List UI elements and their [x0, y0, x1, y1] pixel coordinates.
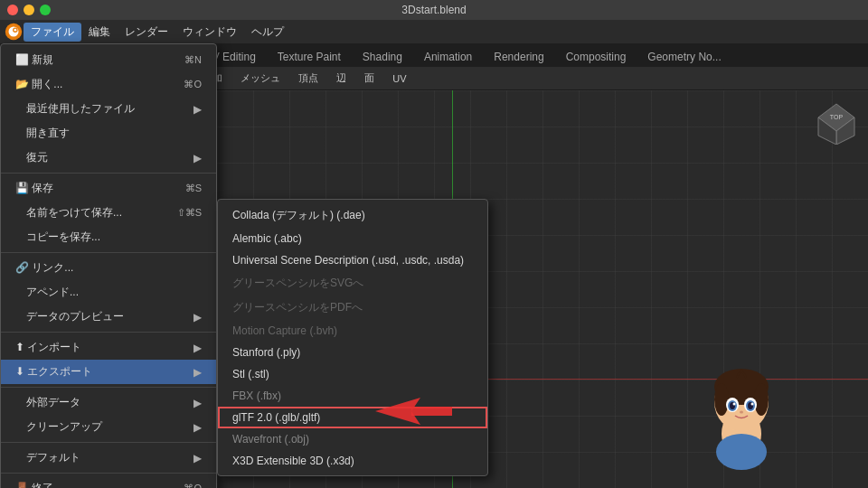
- svg-point-15: [733, 403, 736, 406]
- toolbar-mesh[interactable]: メッシュ: [233, 70, 288, 87]
- blender-logo-icon: [4, 22, 24, 42]
- file-menu-open[interactable]: 📂 開く... ⌘O: [1, 72, 216, 97]
- export-collada[interactable]: Collada (デフォルト) (.dae): [218, 203, 487, 228]
- menu-edit[interactable]: 編集: [81, 23, 118, 42]
- export-wavefront[interactable]: Wavefront (.obj): [218, 428, 487, 450]
- export-x3d[interactable]: X3D Extensible 3D (.x3d): [218, 450, 487, 472]
- export-usd[interactable]: Universal Scene Description (.usd, .usdc…: [218, 249, 487, 271]
- tab-shading[interactable]: Shading: [352, 47, 413, 67]
- export-grease-pdf: グリースペンシルをPDFへ: [218, 296, 487, 320]
- tab-animation[interactable]: Animation: [413, 47, 483, 67]
- file-menu-save-as[interactable]: 名前をつけて保存... ⇧⌘S: [1, 201, 216, 225]
- svg-point-16: [751, 403, 754, 406]
- file-menu-external-data[interactable]: 外部データ ▶: [1, 390, 216, 415]
- maximize-button[interactable]: [40, 5, 51, 15]
- file-menu-cleanup[interactable]: クリーンアップ ▶: [1, 415, 216, 439]
- svg-point-17: [740, 411, 743, 414]
- svg-point-7: [714, 383, 729, 416]
- file-menu-sep-2: [1, 252, 216, 253]
- file-menu-recent[interactable]: 最近使用したファイル ▶: [1, 97, 216, 121]
- svg-point-8: [754, 383, 769, 416]
- toolbar-uv[interactable]: UV: [385, 71, 413, 86]
- file-menu: ⬜ 新規 ⌘N 📂 開く... ⌘O 最近使用したファイル ▶ 開き直す 復元 …: [0, 43, 217, 488]
- tab-rendering[interactable]: Rendering: [483, 47, 554, 67]
- close-button[interactable]: [7, 5, 18, 15]
- file-menu-sep-6: [1, 473, 216, 474]
- svg-point-18: [716, 434, 767, 470]
- file-menu-sep-4: [1, 387, 216, 388]
- viewport-nav-cube[interactable]: TOP: [814, 99, 859, 145]
- file-menu-sep-5: [1, 442, 216, 443]
- export-stl[interactable]: Stl (.stl): [218, 363, 487, 385]
- svg-point-3: [14, 29, 16, 32]
- file-menu-sep-3: [1, 332, 216, 333]
- menu-window[interactable]: ウィンドウ: [175, 23, 244, 42]
- menu-file[interactable]: ファイル: [24, 23, 81, 42]
- menu-render[interactable]: レンダー: [118, 23, 175, 42]
- file-menu-export[interactable]: ⬇ エクスポート ▶: [1, 360, 216, 384]
- toolbar-edge[interactable]: 辺: [329, 70, 354, 87]
- file-menu-default[interactable]: デフォルト ▶: [1, 446, 216, 470]
- export-grease-svg: グリースペンシルをSVGへ: [218, 271, 487, 296]
- file-menu-new[interactable]: ⬜ 新規 ⌘N: [1, 48, 216, 72]
- file-menu-sep-1: [1, 173, 216, 174]
- tab-compositing[interactable]: Compositing: [555, 47, 637, 67]
- file-menu-save-copy[interactable]: コピーを保存...: [1, 225, 216, 249]
- export-stanford[interactable]: Stanford (.ply): [218, 342, 487, 363]
- file-menu-revert[interactable]: 開き直す: [1, 121, 216, 145]
- file-menu-save[interactable]: 💾 保存 ⌘S: [1, 176, 216, 201]
- tab-geometry-nodes[interactable]: Geometry No...: [637, 47, 731, 67]
- title-bar: 3Dstart.blend: [0, 0, 868, 20]
- file-menu-data-preview[interactable]: データのプレビュー ▶: [1, 305, 216, 329]
- traffic-lights: [7, 5, 51, 15]
- anime-character: [687, 334, 796, 470]
- export-motion: Motion Capture (.bvh): [218, 320, 487, 342]
- file-menu-recover[interactable]: 復元 ▶: [1, 145, 216, 170]
- tab-texture-paint[interactable]: Texture Paint: [267, 47, 352, 67]
- menu-bar: ファイル 編集 レンダー ウィンドウ ヘルプ: [0, 20, 868, 43]
- toolbar-face[interactable]: 面: [357, 70, 382, 87]
- file-menu-import[interactable]: ⬆ インポート ▶: [1, 335, 216, 360]
- menu-help[interactable]: ヘルプ: [244, 23, 291, 42]
- export-fbx[interactable]: FBX (.fbx): [218, 385, 487, 407]
- window-title: 3Dstart.blend: [401, 4, 466, 16]
- toolbar-vertex[interactable]: 頂点: [291, 70, 326, 87]
- file-menu-link[interactable]: 🔗 リンク...: [1, 256, 216, 280]
- svg-text:TOP: TOP: [830, 114, 844, 120]
- export-submenu: Collada (デフォルト) (.dae) Alembic (.abc) Un…: [217, 199, 488, 476]
- file-menu-quit[interactable]: 🚪 終了 ⌘Q: [1, 476, 216, 488]
- export-alembic[interactable]: Alembic (.abc): [218, 228, 487, 249]
- minimize-button[interactable]: [24, 5, 34, 15]
- export-gltf[interactable]: glTF 2.0 (.glb/.gltf): [218, 407, 487, 428]
- file-menu-append[interactable]: アペンド...: [1, 280, 216, 305]
